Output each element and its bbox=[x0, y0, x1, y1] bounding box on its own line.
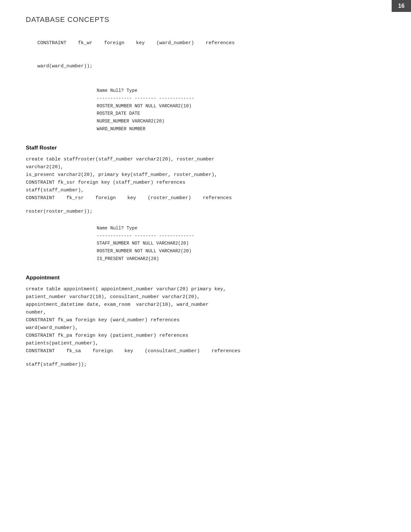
staffroster-table-row-2: ROSTER_NUMBER NOT NULL VARCHAR2(20) bbox=[97, 247, 385, 255]
top-code-line2: ward(ward_number)); bbox=[26, 55, 385, 78]
page-number: 16 bbox=[398, 3, 405, 9]
staffroster-table-row-3: IS_PRESENT VARCHAR2(20) bbox=[97, 255, 385, 263]
staffroster-table-header: Name Null? Type bbox=[97, 225, 385, 232]
roster-table-header: Name Null? Type bbox=[97, 87, 385, 95]
page-number-badge: 16 bbox=[392, 0, 411, 12]
staffroster-table: Name Null? Type ------------- -------- -… bbox=[97, 225, 385, 263]
staff-roster-code: create table staffroster(staff_number va… bbox=[26, 156, 385, 202]
roster-table-row-2: ROSTER_DATE DATE bbox=[97, 110, 385, 118]
roster-table-row-4: WARD_NUMBER NUMBER bbox=[97, 125, 385, 133]
top-code-block: CONSTRAINT fk_wr foreign key (ward_numbe… bbox=[26, 32, 385, 55]
top-code-line1: CONSTRAINT fk_wr foreign key (ward_numbe… bbox=[37, 40, 235, 46]
appointment-heading: Appointment bbox=[26, 275, 385, 281]
staffroster-table-divider: ------------- -------- ------------- bbox=[97, 232, 385, 240]
roster-table-divider: ------------- -------- ------------- bbox=[97, 95, 385, 102]
roster-table-row-3: NURSE_NUMBER VARCHAR2(20) bbox=[97, 118, 385, 125]
staff-roster-code2: roster(roster_number)); bbox=[26, 208, 385, 216]
appointment-code: create table appointment( appointment_nu… bbox=[26, 285, 385, 355]
page-header-title: DATABASE CONCEPTS bbox=[26, 15, 385, 24]
roster-table: Name Null? Type ------------- -------- -… bbox=[97, 87, 385, 133]
staffroster-table-row-1: STAFF_NUMBER NOT NULL VARCHAR2(20) bbox=[97, 240, 385, 247]
roster-table-row-1: ROSTER_NUMBER NOT NULL VARCHAR2(10) bbox=[97, 102, 385, 110]
page-container: 16 DATABASE CONCEPTS CONSTRAINT fk_wr fo… bbox=[0, 0, 411, 532]
appointment-code2: staff(staff_number)); bbox=[26, 361, 385, 369]
staff-roster-heading: Staff Roster bbox=[26, 145, 385, 151]
